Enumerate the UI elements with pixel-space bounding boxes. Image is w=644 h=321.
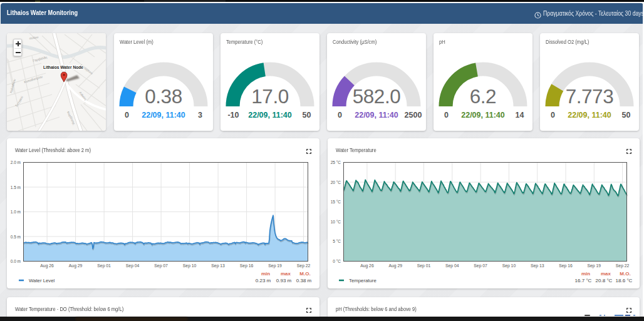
- svg-text:Sep 04: Sep 04: [126, 263, 140, 268]
- svg-text:14: 14: [516, 111, 524, 120]
- svg-text:0: 0: [125, 111, 129, 120]
- svg-text:Sep 22: Sep 22: [616, 263, 630, 268]
- svg-text:22/09, 11:40: 22/09, 11:40: [461, 111, 505, 120]
- svg-text:Sep 04: Sep 04: [445, 263, 459, 268]
- svg-text:2500: 2500: [405, 111, 422, 120]
- svg-text:Sep 16: Sep 16: [559, 263, 573, 268]
- svg-text:Sep 07: Sep 07: [154, 263, 168, 268]
- svg-text:Sep 13: Sep 13: [211, 263, 225, 268]
- svg-text:0.23 m: 0.23 m: [256, 278, 271, 283]
- svg-text:M.O.: M.O.: [620, 271, 630, 277]
- svg-text:Sep 22: Sep 22: [297, 263, 311, 268]
- svg-text:18.6 °C: 18.6 °C: [616, 278, 633, 283]
- svg-text:22/09, 11:40: 22/09, 11:40: [355, 111, 398, 120]
- svg-text:50: 50: [622, 111, 631, 120]
- svg-text:17.0: 17.0: [251, 85, 288, 108]
- svg-text:0.0 m: 0.0 m: [11, 259, 21, 263]
- svg-text:50: 50: [303, 111, 311, 120]
- svg-text:max: max: [601, 271, 611, 277]
- svg-text:22/09, 11:40: 22/09, 11:40: [568, 111, 611, 120]
- svg-text:5 °C: 5 °C: [333, 239, 341, 243]
- svg-text:min: min: [261, 271, 270, 277]
- svg-text:2.0 m: 2.0 m: [11, 160, 21, 165]
- svg-text:0.5 m: 0.5 m: [11, 235, 21, 239]
- svg-text:min: min: [581, 271, 590, 277]
- svg-text:M.O.: M.O.: [299, 271, 310, 277]
- svg-text:6.2: 6.2: [470, 85, 496, 108]
- svg-text:0.93 m: 0.93 m: [276, 278, 292, 283]
- svg-text:7.773: 7.773: [566, 85, 613, 108]
- svg-text:Lithaios Water Node: Lithaios Water Node: [43, 64, 83, 70]
- svg-text:Sep 01: Sep 01: [97, 263, 111, 268]
- svg-text:3: 3: [198, 111, 202, 120]
- svg-text:Sep 01: Sep 01: [417, 263, 431, 268]
- svg-text:20.8 °C: 20.8 °C: [596, 278, 613, 283]
- svg-text:582.0: 582.0: [353, 85, 400, 108]
- svg-text:Aug 26: Aug 26: [360, 263, 374, 268]
- svg-text:Aug 29: Aug 29: [388, 263, 402, 268]
- svg-text:0.38: 0.38: [145, 85, 182, 108]
- svg-text:Aug 26: Aug 26: [40, 263, 54, 268]
- svg-text:Sep 16: Sep 16: [240, 263, 254, 268]
- svg-text:Sep 19: Sep 19: [588, 263, 601, 268]
- svg-text:0: 0: [338, 111, 342, 120]
- svg-text:Aug 29: Aug 29: [69, 263, 83, 268]
- svg-text:Sep 13: Sep 13: [531, 263, 544, 268]
- svg-text:max: max: [281, 271, 291, 277]
- svg-text:Water Level: Water Level: [29, 278, 55, 283]
- svg-text:22/09, 11:40: 22/09, 11:40: [248, 111, 292, 120]
- svg-text:16.7 °C: 16.7 °C: [575, 278, 592, 283]
- svg-text:0: 0: [444, 111, 449, 120]
- svg-text:-10: -10: [227, 111, 239, 120]
- svg-text:25 °C: 25 °C: [331, 160, 341, 165]
- svg-text:Sep 19: Sep 19: [268, 263, 282, 268]
- svg-text:Sep 07: Sep 07: [474, 263, 487, 268]
- svg-text:0.38 m: 0.38 m: [296, 278, 312, 283]
- svg-text:20 °C: 20 °C: [331, 180, 341, 185]
- svg-text:Temperature: Temperature: [349, 278, 377, 283]
- svg-text:1.5 m: 1.5 m: [11, 185, 21, 190]
- svg-text:Sep 10: Sep 10: [183, 263, 197, 268]
- svg-text:0 °C: 0 °C: [333, 259, 341, 263]
- svg-text:10 °C: 10 °C: [331, 220, 341, 224]
- svg-text:1.0 m: 1.0 m: [11, 210, 21, 214]
- svg-text:0: 0: [551, 111, 555, 120]
- svg-text:Sep 10: Sep 10: [502, 263, 516, 268]
- svg-text:15 °C: 15 °C: [331, 200, 341, 204]
- svg-text:22/09, 11:40: 22/09, 11:40: [142, 111, 185, 120]
